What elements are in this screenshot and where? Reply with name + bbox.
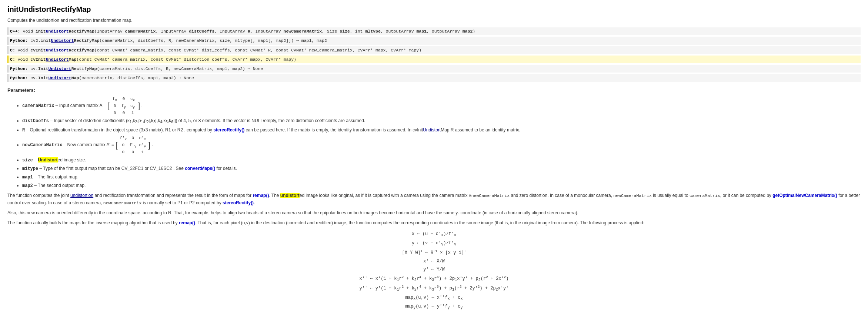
param-name-new-camera-matrix: newCameraMatrix [22,143,62,148]
param-name-dist-coeffs: distCoeffs [22,118,49,124]
param-desc-new-camera-matrix-end: . [152,142,153,147]
python-signature-1: Python: cv2.initUndistortRectifyMap(came… [7,37,861,44]
link-convert-maps[interactable]: convertMaps() [185,166,215,171]
list-item: map2 – The second output map. [22,182,861,189]
formula-9: mapy(u,v) ← y''fy + cy [7,303,861,311]
description-3: The function actually builds the maps fo… [7,220,861,227]
formula-1: x ← (u − c'x)/f'x [7,230,861,239]
python-label-1: Python: [10,38,30,43]
param-name-map1: map1 [22,175,33,180]
python-signature-3: Python: cv.InitUndistortMap(cameraMatrix… [7,74,861,82]
param-desc-camera-matrix-end: . [141,103,143,108]
page-title: initUndistortRectifyMap [7,4,861,15]
list-item: distCoeffs – Input vector of distortion … [22,117,861,125]
python-text-1: cv2.initUndistortRectifyMap(cameraMatrix… [30,38,327,43]
c-text-2: void cvInitUndistortMap(const CvMat* cam… [18,57,296,62]
link-get-optimal[interactable]: getOptimalNewCameraMatrix() [772,193,837,198]
param-name-r: R [22,128,25,133]
param-name-camera-matrix: cameraMatrix [22,103,54,108]
param-desc-new-camera-matrix: – New camera matrix A' = [63,142,115,147]
python-text-2: cv.InitUndistortRectifyMap(cameraMatrix,… [30,66,263,71]
list-item: R – Optional rectification transformatio… [22,127,861,134]
link-remap-1[interactable]: remap() [253,193,269,198]
python-text-3: cv.InitUndistortMap(cameraMatrix, distCo… [30,76,194,80]
formula-5: y' ← Y/W [7,266,861,274]
link-stereo-rectify-2[interactable]: stereoRectify() [223,200,254,205]
python-label-3: Python: [10,76,30,80]
formula-8: mapx(u,v) ← x''fx + cx [7,294,861,302]
param-desc-map1: – The first output map. [34,174,79,180]
list-item: m1type – Type of the first output map th… [22,165,861,172]
c-text-1: void cvInitUndistortRectifyMap(const CvM… [18,48,421,53]
cpp-label: C++: [10,29,23,34]
param-name-map2: map2 [22,183,33,188]
link-stereo-rectify[interactable]: stereoRectify() [213,127,244,133]
python-signature-2: Python: cv.InitUndistortRectifyMap(camer… [7,65,861,73]
c-label-2: C: [10,57,18,62]
param-desc-camera-matrix: – Input camera matrix A = [56,103,107,108]
params-section: Parameters: cameraMatrix – Input camera … [7,87,861,190]
link-remap-2[interactable]: remap() [179,220,195,225]
param-name-size: size [22,158,33,163]
c-signature-2-highlighted: C: void cvInitUndistortMap(const CvMat* … [7,56,861,63]
formula-7: y'' ← y'(1 + k1r2 + k2r4 + k3r6) + p1(r2… [7,284,861,293]
formulas-block: x ← (u − c'x)/f'x y ← (v − c'y)/f'y [X Y… [7,230,861,311]
list-item: size – Undistorted image size. [22,157,861,164]
param-desc-map2: – The second output map. [34,183,86,188]
page-subtitle: Computes the undistortion and rectificat… [7,17,861,24]
c-signature-1: C: void cvInitUndistortRectifyMap(const … [7,46,861,54]
formula-2: y ← (v − c'y)/f'y [7,239,861,248]
param-desc-size: – Undistorted image size. [34,157,86,162]
python-label-2: Python: [10,66,30,71]
param-name-m1type: m1type [22,166,38,171]
formula-3: [X Y W]T ← R−1 × [x y 1]T [7,248,861,257]
param-desc-r: – Optional rectification transformation … [26,127,520,133]
list-item: newCameraMatrix – New camera matrix A' =… [22,135,861,155]
list-item: map1 – The first output map. [22,174,861,181]
cpp-signature: C++: void initUndistortRectifyMap(InputA… [7,27,861,35]
c-label-1: C: [10,48,18,53]
param-desc-m1type: – Type of the first output map that can … [40,166,237,171]
list-item: cameraMatrix – Input camera matrix A = [… [22,96,861,116]
param-desc-dist-coeffs: – Input vector of distortion coefficient… [50,118,365,123]
description-2: Also, this new camera is oriented differ… [7,210,861,217]
formula-6: x'' ← x'(1 + k1r2 + k2r4 + k3r6) + 2p1x'… [7,274,861,284]
formula-4: x' ← X/W [7,258,861,266]
description-1: The function computes the joint undistor… [7,192,861,207]
param-list: cameraMatrix – Input camera matrix A = [… [7,96,861,189]
params-heading: Parameters: [7,87,861,94]
cpp-text: void initUndistortRectifyMap(InputArray … [23,29,475,34]
